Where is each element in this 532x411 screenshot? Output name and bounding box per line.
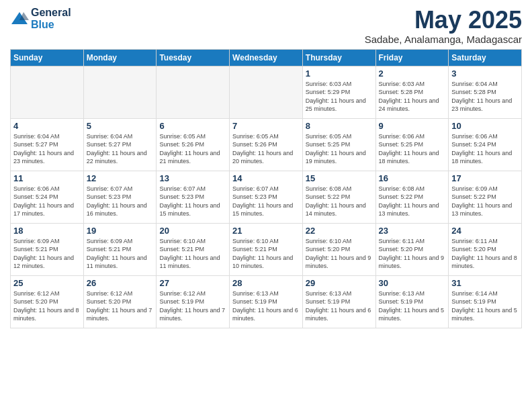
daylight-label: Daylight: 11 hours and 6 minutes.: [306, 307, 371, 322]
calendar-cell: 16Sunrise: 6:08 AMSunset: 5:22 PMDayligh…: [375, 171, 449, 223]
day-info: Sunrise: 6:03 AMSunset: 5:28 PMDaylight:…: [379, 80, 446, 113]
day-info: Sunrise: 6:06 AMSunset: 5:25 PMDaylight:…: [379, 132, 446, 166]
sunrise-label: Sunrise: 6:11 AM: [379, 238, 425, 244]
calendar-cell: 4Sunrise: 6:04 AMSunset: 5:27 PMDaylight…: [11, 118, 84, 171]
day-number: 9: [379, 121, 446, 131]
day-number: 13: [159, 173, 226, 183]
calendar-cell: 7Sunrise: 6:05 AMSunset: 5:26 PMDaylight…: [230, 118, 303, 171]
daylight-label: Daylight: 11 hours and 16 minutes.: [87, 202, 147, 218]
daylight-label: Daylight: 11 hours and 5 minutes.: [451, 307, 517, 322]
calendar-cell: [157, 66, 230, 118]
daylight-label: Daylight: 11 hours and 13 minutes.: [379, 202, 439, 218]
calendar-cell: 6Sunrise: 6:05 AMSunset: 5:26 PMDaylight…: [157, 118, 230, 171]
day-info: Sunrise: 6:07 AMSunset: 5:23 PMDaylight:…: [232, 185, 300, 218]
calendar-cell: 11Sunrise: 6:06 AMSunset: 5:24 PMDayligh…: [11, 171, 84, 223]
day-info: Sunrise: 6:03 AMSunset: 5:29 PMDaylight:…: [306, 80, 373, 113]
daylight-label: Daylight: 11 hours and 7 minutes.: [87, 307, 152, 322]
daylight-label: Daylight: 11 hours and 5 minutes.: [379, 307, 445, 322]
sunrise-label: Sunrise: 6:03 AM: [379, 81, 425, 87]
sunrise-label: Sunrise: 6:12 AM: [87, 290, 133, 297]
sunset-label: Sunset: 5:20 PM: [87, 298, 132, 305]
sunrise-label: Sunrise: 6:10 AM: [306, 238, 352, 244]
day-number: 20: [159, 226, 226, 236]
day-number: 23: [379, 226, 446, 236]
calendar-cell: 30Sunrise: 6:13 AMSunset: 5:19 PMDayligh…: [375, 275, 449, 328]
sunset-label: Sunset: 5:25 PM: [379, 141, 424, 148]
sunset-label: Sunset: 5:20 PM: [451, 246, 496, 253]
sunrise-label: Sunrise: 6:04 AM: [13, 133, 60, 140]
daylight-label: Daylight: 11 hours and 11 minutes.: [159, 255, 220, 270]
day-number: 24: [451, 226, 519, 236]
calendar-cell: 10Sunrise: 6:06 AMSunset: 5:24 PMDayligh…: [449, 118, 522, 171]
day-number: 18: [13, 226, 81, 236]
sunset-label: Sunset: 5:22 PM: [379, 193, 424, 200]
logo-text: General Blue: [31, 7, 71, 31]
col-friday: Friday: [375, 49, 449, 66]
sunset-label: Sunset: 5:21 PM: [159, 246, 204, 253]
sunset-label: Sunset: 5:20 PM: [13, 298, 58, 305]
day-info: Sunrise: 6:07 AMSunset: 5:23 PMDaylight:…: [159, 185, 226, 218]
sunset-label: Sunset: 5:27 PM: [87, 141, 132, 148]
daylight-label: Daylight: 11 hours and 12 minutes.: [13, 255, 74, 270]
sunrise-label: Sunrise: 6:06 AM: [13, 185, 60, 192]
sunset-label: Sunset: 5:22 PM: [451, 193, 496, 200]
daylight-label: Daylight: 11 hours and 9 minutes.: [306, 255, 371, 270]
sunrise-label: Sunrise: 6:12 AM: [159, 290, 206, 297]
sunset-label: Sunset: 5:21 PM: [232, 246, 277, 253]
calendar-cell: 14Sunrise: 6:07 AMSunset: 5:23 PMDayligh…: [230, 171, 303, 223]
day-number: 3: [451, 68, 519, 79]
day-number: 28: [232, 278, 300, 288]
day-number: 31: [451, 278, 519, 288]
daylight-label: Daylight: 11 hours and 10 minutes.: [232, 255, 293, 270]
logo-blue: Blue: [31, 19, 71, 31]
sunrise-label: Sunrise: 6:05 AM: [232, 133, 279, 140]
sunset-label: Sunset: 5:19 PM: [232, 298, 277, 305]
day-number: 12: [87, 173, 154, 183]
sunset-label: Sunset: 5:23 PM: [87, 193, 132, 200]
calendar-cell: 21Sunrise: 6:10 AMSunset: 5:21 PMDayligh…: [230, 223, 303, 275]
col-sunday: Sunday: [11, 49, 84, 66]
calendar-week-2: 4Sunrise: 6:04 AMSunset: 5:27 PMDaylight…: [11, 118, 522, 171]
daylight-label: Daylight: 11 hours and 17 minutes.: [13, 202, 74, 218]
sunrise-label: Sunrise: 6:10 AM: [159, 238, 206, 244]
sunset-label: Sunset: 5:29 PM: [306, 89, 351, 95]
calendar-cell: 17Sunrise: 6:09 AMSunset: 5:22 PMDayligh…: [449, 171, 522, 223]
sunrise-label: Sunrise: 6:11 AM: [451, 238, 498, 244]
daylight-label: Daylight: 11 hours and 15 minutes.: [232, 202, 293, 218]
day-info: Sunrise: 6:08 AMSunset: 5:22 PMDaylight:…: [306, 185, 373, 218]
day-number: 19: [87, 226, 154, 236]
day-info: Sunrise: 6:05 AMSunset: 5:26 PMDaylight:…: [232, 132, 300, 166]
day-info: Sunrise: 6:10 AMSunset: 5:20 PMDaylight:…: [306, 237, 373, 271]
day-info: Sunrise: 6:11 AMSunset: 5:20 PMDaylight:…: [451, 237, 519, 271]
calendar-cell: 24Sunrise: 6:11 AMSunset: 5:20 PMDayligh…: [449, 223, 522, 275]
daylight-label: Daylight: 11 hours and 24 minutes.: [379, 97, 439, 113]
col-wednesday: Wednesday: [230, 49, 303, 66]
sunrise-label: Sunrise: 6:09 AM: [87, 238, 133, 244]
sunset-label: Sunset: 5:20 PM: [306, 246, 351, 253]
day-number: 26: [87, 278, 154, 288]
daylight-label: Daylight: 11 hours and 21 minutes.: [159, 150, 220, 165]
daylight-label: Daylight: 11 hours and 23 minutes.: [451, 97, 512, 113]
sunrise-label: Sunrise: 6:09 AM: [13, 238, 60, 244]
daylight-label: Daylight: 11 hours and 9 minutes.: [379, 255, 445, 270]
sunset-label: Sunset: 5:25 PM: [306, 141, 351, 148]
calendar-header-row: Sunday Monday Tuesday Wednesday Thursday…: [11, 49, 522, 66]
calendar-week-3: 11Sunrise: 6:06 AMSunset: 5:24 PMDayligh…: [11, 171, 522, 223]
sunrise-label: Sunrise: 6:04 AM: [87, 133, 133, 140]
daylight-label: Daylight: 11 hours and 19 minutes.: [306, 150, 366, 165]
sunset-label: Sunset: 5:19 PM: [379, 298, 424, 305]
calendar-cell: 2Sunrise: 6:03 AMSunset: 5:28 PMDaylight…: [375, 66, 449, 118]
sunset-label: Sunset: 5:28 PM: [451, 89, 496, 95]
day-info: Sunrise: 6:13 AMSunset: 5:19 PMDaylight:…: [379, 289, 446, 323]
calendar-cell: 20Sunrise: 6:10 AMSunset: 5:21 PMDayligh…: [157, 223, 230, 275]
day-number: 10: [451, 121, 519, 131]
day-info: Sunrise: 6:10 AMSunset: 5:21 PMDaylight:…: [232, 237, 300, 271]
day-info: Sunrise: 6:05 AMSunset: 5:26 PMDaylight:…: [159, 132, 226, 166]
calendar-cell: 25Sunrise: 6:12 AMSunset: 5:20 PMDayligh…: [11, 275, 84, 328]
sunrise-label: Sunrise: 6:13 AM: [306, 290, 352, 297]
day-number: 22: [306, 226, 373, 236]
sunrise-label: Sunrise: 6:08 AM: [306, 185, 352, 192]
sunrise-label: Sunrise: 6:03 AM: [306, 81, 352, 87]
day-info: Sunrise: 6:04 AMSunset: 5:28 PMDaylight:…: [451, 80, 519, 113]
calendar-cell: 8Sunrise: 6:05 AMSunset: 5:25 PMDaylight…: [302, 118, 375, 171]
